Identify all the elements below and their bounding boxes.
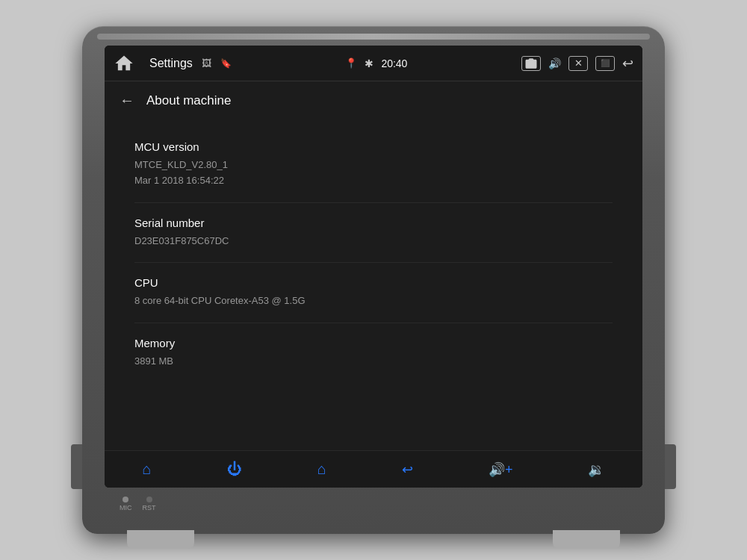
info-container: MCU version MTCE_KLD_V2.80_1 Mar 1 2018 … xyxy=(105,119,642,450)
serial-section: Serial number D23E031F875C67DC xyxy=(134,203,613,264)
page-title: About machine xyxy=(146,93,231,108)
right-mount-tab xyxy=(665,444,676,489)
mic-dot xyxy=(123,497,128,503)
home-icon[interactable] xyxy=(114,53,134,74)
window-icon: ⬛ xyxy=(601,59,610,67)
memory-section: Memory 3891 MB xyxy=(134,323,613,383)
bottom-power-button[interactable]: ⏻ xyxy=(227,461,242,478)
car-unit: Settings 🖼 🔖 📍 ✱ 20:40 🔊 xyxy=(82,26,665,534)
bluetooth-icon: ✱ xyxy=(365,57,374,69)
cpu-label: CPU xyxy=(134,276,613,289)
window-button[interactable]: ⬛ xyxy=(595,56,615,71)
back-arrow-button[interactable]: ← xyxy=(120,92,134,109)
memory-value: 3891 MB xyxy=(134,354,613,370)
status-bar: Settings 🖼 🔖 📍 ✱ 20:40 🔊 xyxy=(105,46,642,81)
volume-icon[interactable]: 🔊 xyxy=(548,57,561,69)
image-icon: 🖼 xyxy=(202,57,211,69)
camera-icon xyxy=(524,58,538,69)
mic-indicator: MIC xyxy=(120,497,132,511)
mcu-section: MCU version MTCE_KLD_V2.80_1 Mar 1 2018 … xyxy=(134,127,613,203)
rst-dot xyxy=(146,497,152,503)
rst-indicator: RST xyxy=(143,497,156,511)
mcu-version-line1: MTCE_KLD_V2.80_1 xyxy=(134,159,228,170)
mic-rst-area: MIC RST xyxy=(120,497,156,511)
memory-label: Memory xyxy=(134,337,613,349)
mic-label: MIC xyxy=(120,504,132,511)
status-bar-middle: 📍 ✱ 20:40 xyxy=(232,57,521,69)
bottom-bar: ⌂ ⏻ ⌂ ↩ 🔊+ 🔉 xyxy=(105,450,642,488)
status-bar-left: Settings 🖼 🔖 xyxy=(114,53,232,74)
bookmark-icon: 🔖 xyxy=(220,58,232,69)
status-bar-right: 🔊 ✕ ⬛ ↩ xyxy=(521,55,633,72)
unit-bottom: MIC RST xyxy=(105,488,642,511)
bottom-home-button[interactable]: ⌂ xyxy=(143,461,152,478)
screen-bezel: Settings 🖼 🔖 📍 ✱ 20:40 🔊 xyxy=(105,46,642,488)
sub-header: ← About machine xyxy=(105,81,642,119)
back-button[interactable]: ↩ xyxy=(622,55,633,72)
cpu-value: 8 core 64-bit CPU Coretex-A53 @ 1.5G xyxy=(134,293,613,309)
mounting-foot-left xyxy=(127,530,194,549)
x-icon: ✕ xyxy=(574,57,583,69)
bottom-volume-down-button[interactable]: 🔉 xyxy=(588,461,604,478)
rst-label: RST xyxy=(143,504,156,511)
mcu-label: MCU version xyxy=(134,140,613,153)
serial-value: D23E031F875C67DC xyxy=(134,234,613,249)
mounting-foot-right xyxy=(553,530,620,549)
status-title: Settings xyxy=(149,57,193,70)
mcu-version-line2: Mar 1 2018 16:54:22 xyxy=(134,175,224,186)
bottom-return-button[interactable]: ↩ xyxy=(402,461,413,478)
close-button[interactable]: ✕ xyxy=(568,56,588,71)
status-time: 20:40 xyxy=(381,57,407,69)
cpu-section: CPU 8 core 64-bit CPU Coretex-A53 @ 1.5G xyxy=(134,263,613,323)
camera-button[interactable] xyxy=(521,56,541,71)
serial-label: Serial number xyxy=(134,217,613,229)
screen-content: ← About machine MCU version MTCE_KLD_V2.… xyxy=(105,81,642,488)
mcu-value: MTCE_KLD_V2.80_1 Mar 1 2018 16:54:22 xyxy=(134,158,613,189)
location-icon: 📍 xyxy=(345,57,357,69)
bottom-volume-up-button[interactable]: 🔊+ xyxy=(489,461,513,478)
left-mount-tab xyxy=(71,444,82,489)
bottom-back-home-button[interactable]: ⌂ xyxy=(317,461,326,478)
